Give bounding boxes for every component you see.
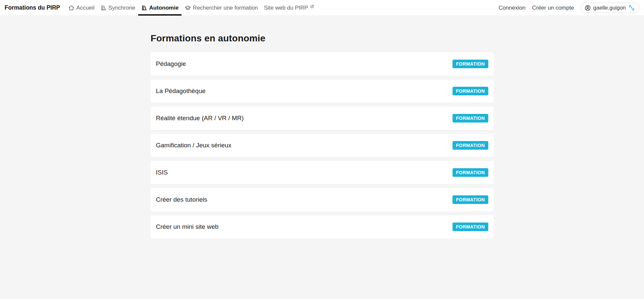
header-actions: Connexion Créer un compte gaelle.guigon bbox=[499, 0, 639, 16]
formation-badge: FORMATION bbox=[453, 168, 488, 177]
course-title: Réalité étendue (AR / VR / MR) bbox=[156, 115, 244, 122]
nav-item-accueil[interactable]: Accueil bbox=[65, 0, 97, 16]
nav-item-site-web-pirp[interactable]: Site web du PIRP bbox=[261, 0, 317, 16]
books-icon bbox=[141, 5, 147, 11]
switch-user-icon bbox=[628, 4, 635, 11]
formation-badge: FORMATION bbox=[453, 195, 488, 204]
course-title: Gamification / Jeux sérieux bbox=[156, 142, 232, 149]
course-card-realite-etendue[interactable]: Réalité étendue (AR / VR / MR) FORMATION bbox=[151, 107, 494, 130]
course-title: La Pédagothèque bbox=[156, 87, 206, 95]
user-chip[interactable]: gaelle.guigon bbox=[581, 3, 639, 13]
course-card-pedagotheque[interactable]: La Pédagothèque FORMATION bbox=[151, 79, 494, 103]
course-title: Créer un mini site web bbox=[156, 223, 219, 230]
course-card-isis[interactable]: ISIS FORMATION bbox=[151, 161, 494, 184]
nav-label: Synchrone bbox=[108, 5, 135, 11]
formation-badge: FORMATION bbox=[453, 60, 488, 68]
nav-item-synchrone[interactable]: Synchrone bbox=[97, 0, 138, 16]
page-body: Formations en autonomie Pédagogie FORMAT… bbox=[0, 16, 644, 238]
page-title: Formations en autonomie bbox=[151, 33, 494, 44]
main-nav: Accueil Synchrone Autonomie bbox=[65, 0, 317, 16]
formation-badge: FORMATION bbox=[453, 141, 488, 150]
course-card-pedagogie[interactable]: Pédagogie FORMATION bbox=[151, 52, 494, 75]
nav-item-rechercher[interactable]: Rechercher une formation bbox=[182, 0, 261, 16]
formation-badge: FORMATION bbox=[453, 114, 488, 123]
formation-badge: FORMATION bbox=[453, 87, 488, 95]
top-navbar: Formations du PIRP Accueil Synchrone bbox=[0, 0, 644, 16]
course-title: Créer des tutoriels bbox=[156, 196, 207, 203]
nav-label: Site web du PIRP bbox=[264, 5, 308, 11]
signup-link[interactable]: Créer un compte bbox=[532, 5, 574, 11]
course-card-gamification[interactable]: Gamification / Jeux sérieux FORMATION bbox=[151, 134, 494, 157]
nav-label: Autonomie bbox=[149, 5, 179, 11]
books-icon bbox=[100, 5, 107, 11]
course-card-mini-site-web[interactable]: Créer un mini site web FORMATION bbox=[151, 215, 494, 238]
formation-badge: FORMATION bbox=[453, 223, 488, 231]
login-link[interactable]: Connexion bbox=[499, 5, 525, 11]
brand-title[interactable]: Formations du PIRP bbox=[5, 0, 60, 16]
home-icon bbox=[68, 5, 75, 11]
graduation-cap-icon bbox=[185, 5, 191, 11]
course-title: ISIS bbox=[156, 169, 168, 176]
nav-item-autonomie[interactable]: Autonomie bbox=[138, 0, 182, 16]
course-title: Pédagogie bbox=[156, 60, 186, 68]
nav-label: Accueil bbox=[76, 5, 94, 11]
external-link-icon bbox=[310, 5, 314, 9]
course-card-tutoriels[interactable]: Créer des tutoriels FORMATION bbox=[151, 188, 494, 211]
username-label: gaelle.guigon bbox=[593, 5, 626, 11]
user-circle-icon bbox=[584, 5, 591, 11]
nav-label: Rechercher une formation bbox=[193, 5, 258, 11]
